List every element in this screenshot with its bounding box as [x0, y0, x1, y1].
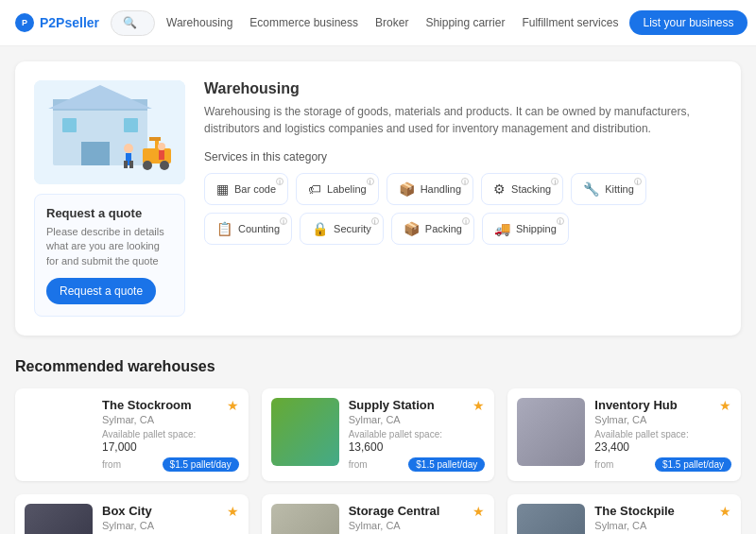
- from-text: from: [594, 459, 613, 470]
- services-grid: ▦ Bar code i 🏷 Labeling i 📦 Handling i ⚙…: [204, 173, 722, 245]
- main-content: Request a quote Please describe in detai…: [0, 46, 756, 534]
- warehouse-thumbnail: [25, 504, 93, 534]
- service-item-kitting[interactable]: 🔧 Kitting i: [571, 173, 646, 205]
- warehouse-location: Sylmar, CA: [349, 520, 486, 531]
- recommended-title: Recommended warehouses: [15, 358, 741, 375]
- nav-links: Warehousing Ecommerce business Broker Sh…: [166, 16, 618, 29]
- warehouse-name: Box City: [102, 504, 152, 518]
- warehouse-name-row: The Stockroom ★: [102, 398, 239, 413]
- service-icon: 🚚: [494, 221, 510, 236]
- warehouse-thumbnail: [271, 504, 339, 534]
- warehouse-location: Sylmar, CA: [594, 520, 731, 531]
- warehouse-card[interactable]: Inventory Hub ★ Sylmar, CA Available pal…: [507, 388, 741, 481]
- star-icon: ★: [719, 504, 731, 519]
- nav-shipping[interactable]: Shipping carrier: [425, 16, 505, 29]
- from-text: from: [102, 459, 121, 470]
- info-dot: i: [280, 217, 287, 225]
- pallet-count: 17,000: [102, 440, 239, 454]
- warehousing-description: Warehousing is the storage of goods, mat…: [204, 103, 722, 137]
- header: P P2Pseller 🔍 Warehousing Ecommerce busi…: [0, 0, 756, 46]
- warehouse-illustration: Request a quote Please describe in detai…: [34, 80, 185, 317]
- service-icon: 📦: [404, 221, 420, 236]
- price-badge: $1.5 pallet/day: [408, 457, 485, 472]
- services-label: Services in this category: [204, 150, 722, 164]
- service-item-bar-code[interactable]: ▦ Bar code i: [204, 173, 288, 205]
- info-dot: i: [551, 178, 558, 185]
- warehousing-title: Warehousing: [204, 80, 722, 97]
- quote-title: Request a quote: [46, 206, 173, 220]
- warehouse-card[interactable]: Box City ★ Sylmar, CA Available pallet s…: [15, 494, 249, 534]
- warehouse-name: Inventory Hub: [594, 398, 677, 412]
- svg-rect-4: [81, 142, 110, 165]
- warehouse-info: The Stockpile ★ Sylmar, CA Available pal…: [594, 504, 731, 534]
- warehouse-name-row: Storage Central ★: [349, 504, 486, 519]
- service-label: Handling: [421, 183, 461, 195]
- svg-rect-14: [124, 161, 128, 168]
- pallet-label: Available pallet space:: [349, 429, 486, 439]
- logo-icon: P: [15, 13, 34, 32]
- star-icon: ★: [227, 398, 239, 413]
- nav-warehousing[interactable]: Warehousing: [166, 16, 232, 29]
- logo-text: P2Pseller: [40, 15, 99, 30]
- service-label: Packing: [425, 223, 462, 234]
- warehouses-grid: The Stockroom ★ Sylmar, CA Available pal…: [15, 388, 741, 534]
- service-label: Stacking: [511, 183, 551, 195]
- pallet-label: Available pallet space:: [594, 429, 731, 439]
- service-item-security[interactable]: 🔒 Security i: [300, 213, 384, 245]
- logo[interactable]: P P2Pseller: [15, 13, 99, 32]
- list-business-button[interactable]: List your business: [629, 10, 747, 35]
- price-badge: $1.5 pallet/day: [163, 457, 239, 472]
- pallet-label: Available pallet space:: [102, 429, 239, 439]
- service-label: Bar code: [234, 183, 276, 195]
- warehouse-name: The Stockpile: [594, 504, 675, 518]
- warehouse-name: Supply Station: [349, 398, 435, 412]
- star-icon: ★: [472, 504, 485, 519]
- quote-desc: Please describe in details what are you …: [46, 225, 173, 268]
- price-badge: $1.5 pallet/day: [655, 457, 731, 472]
- warehouse-footer: from $1.5 pallet/day: [102, 457, 239, 472]
- warehouse-info: Inventory Hub ★ Sylmar, CA Available pal…: [594, 398, 731, 472]
- info-dot: i: [634, 178, 642, 185]
- nav-fulfillment[interactable]: Fulfillment services: [522, 16, 618, 29]
- warehouse-location: Sylmar, CA: [102, 520, 239, 531]
- warehouse-card[interactable]: Supply Station ★ Sylmar, CA Available pa…: [262, 388, 495, 481]
- service-label: Counting: [238, 223, 280, 234]
- pallet-count: 13,600: [349, 440, 486, 454]
- warehouse-info: Storage Central ★ Sylmar, CA Available p…: [349, 504, 486, 534]
- warehouse-thumbnail: [517, 504, 585, 534]
- svg-rect-5: [62, 118, 77, 132]
- warehouse-card[interactable]: The Stockroom ★ Sylmar, CA Available pal…: [15, 388, 249, 481]
- warehouse-footer: from $1.5 pallet/day: [349, 457, 486, 472]
- svg-rect-15: [129, 161, 133, 168]
- nav-ecommerce[interactable]: Ecommerce business: [249, 16, 358, 29]
- info-dot: i: [557, 217, 564, 225]
- warehouse-name-row: The Stockpile ★: [594, 504, 731, 519]
- service-icon: 📋: [216, 221, 232, 236]
- quote-box: Request a quote Please describe in detai…: [34, 194, 185, 317]
- nav-broker[interactable]: Broker: [375, 16, 408, 29]
- warehouse-location: Sylmar, CA: [102, 414, 239, 425]
- service-item-shipping[interactable]: 🚚 Shipping i: [482, 213, 569, 245]
- service-item-labeling[interactable]: 🏷 Labeling i: [296, 173, 379, 205]
- service-item-counting[interactable]: 📋 Counting i: [204, 213, 292, 245]
- request-quote-button[interactable]: Request a quote: [46, 278, 156, 304]
- header-actions: List your business 🛒 38 🔔 18 A: [629, 9, 756, 36]
- warehouse-image: [34, 80, 185, 184]
- svg-rect-6: [124, 118, 138, 132]
- service-item-packing[interactable]: 📦 Packing i: [391, 213, 474, 245]
- service-item-stacking[interactable]: ⚙ Stacking i: [481, 173, 563, 205]
- info-dot: i: [461, 178, 469, 185]
- info-dot: i: [462, 217, 470, 225]
- service-label: Security: [334, 223, 371, 234]
- warehousing-info: Warehousing Warehousing is the storage o…: [204, 80, 722, 317]
- warehouse-card[interactable]: Storage Central ★ Sylmar, CA Available p…: [262, 494, 495, 534]
- warehouse-thumbnail: [271, 398, 339, 466]
- warehouse-footer: from $1.5 pallet/day: [594, 457, 731, 472]
- warehouse-location: Sylmar, CA: [594, 414, 731, 425]
- warehouse-card[interactable]: The Stockpile ★ Sylmar, CA Available pal…: [507, 494, 741, 534]
- service-item-handling[interactable]: 📦 Handling i: [387, 173, 473, 205]
- service-icon: 🔒: [312, 221, 328, 236]
- search-bar[interactable]: 🔍: [111, 10, 155, 36]
- pallet-count: 23,400: [594, 440, 731, 454]
- service-icon: 🏷: [308, 181, 321, 197]
